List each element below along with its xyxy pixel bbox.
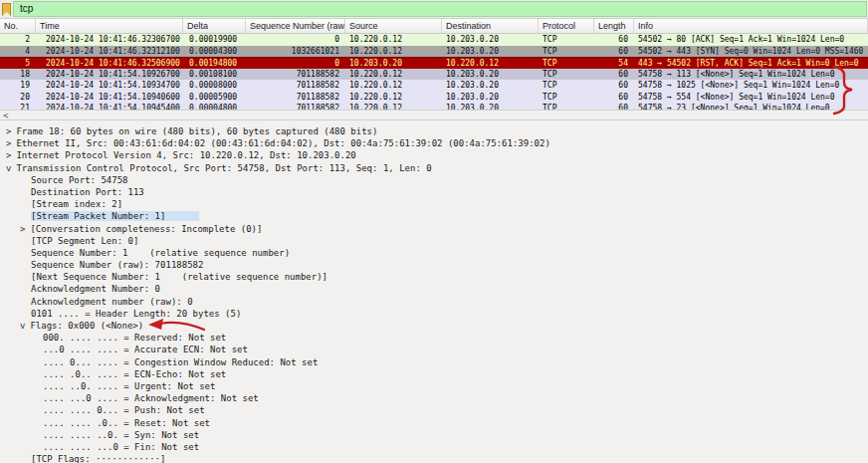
cell-no: 19: [0, 80, 36, 92]
cell-length: 54: [594, 58, 634, 69]
detail-line[interactable]: [TCP Flags: ············]: [0, 453, 868, 463]
packet-row-4[interactable]: 42024-10-24 10:41:46.323121000.000043001…: [0, 46, 868, 58]
cell-info: 54758 → 23 [<None>] Seq=1 Win=1024 Len=0: [634, 103, 868, 110]
detail-line[interactable]: [Next Sequence Number: 1 (relative seque…: [0, 271, 868, 283]
detail-line-text: Acknowledgment Number: 0: [31, 284, 160, 294]
column-header-time[interactable]: Time: [36, 19, 183, 33]
column-header-info[interactable]: Info: [634, 19, 868, 33]
packet-row-2[interactable]: 22024-10-24 10:41:46.323067000.000199000…: [0, 34, 868, 46]
cell-source: 10.220.0.12: [345, 103, 442, 110]
packet-row-20[interactable]: 202024-10-24 10:41:54.109406000.00005900…: [0, 92, 868, 104]
detail-line[interactable]: Sequence Number: 1 (relative sequence nu…: [0, 247, 868, 259]
cell-seq_raw: 701188582: [246, 80, 345, 92]
cell-info: 54758 → 113 [<None>] Seq=1 Win=1024 Len=…: [634, 69, 868, 81]
detail-line[interactable]: .... .... 0... = Push: Not set: [0, 404, 868, 416]
detail-line-text: .... 0... .... = Congestion Window Reduc…: [43, 357, 318, 367]
cell-delta: 0.00019900: [183, 34, 246, 46]
cell-length: 60: [594, 103, 634, 110]
detail-line-text: Ethernet II, Src: 00:43:61:6d:04:02 (00:…: [16, 138, 549, 148]
cell-delta: 0.00108100: [183, 69, 246, 81]
detail-line[interactable]: Acknowledgment number (raw): 0: [0, 296, 868, 308]
expand-arrow-icon[interactable]: >: [6, 137, 11, 149]
display-filter-input[interactable]: tcp: [13, 1, 867, 17]
detail-line[interactable]: vFlags: 0x000 (<None>): [0, 320, 868, 332]
detail-line-text: ...0 .... .... = Accurate ECN: Not set: [43, 345, 248, 354]
column-header-source[interactable]: Source: [345, 19, 442, 33]
detail-line[interactable]: [Stream Packet Number: 1]: [0, 210, 868, 222]
cell-destination: 10.203.0.20: [442, 103, 539, 110]
collapse-arrow-icon[interactable]: v: [6, 162, 11, 174]
cell-protocol: TCP: [539, 92, 594, 104]
cell-time: 2024-10-24 10:41:54.10926700: [36, 69, 183, 81]
packet-list-header: No.TimeDeltaSequence Number (raw)SourceD…: [0, 19, 868, 34]
packet-row-19[interactable]: 192024-10-24 10:41:54.109347000.00008000…: [0, 80, 868, 92]
detail-line[interactable]: vTransmission Control Protocol, Src Port…: [0, 162, 868, 174]
detail-line[interactable]: .... 0... .... = Congestion Window Reduc…: [0, 356, 868, 368]
detail-line-text: 0101 .... = Header Length: 20 bytes (5): [31, 309, 241, 319]
column-header-length[interactable]: Length: [594, 19, 634, 33]
detail-line[interactable]: .... .0.. .... = ECN-Echo: Not set: [0, 368, 868, 380]
detail-line-text: Transmission Control Protocol, Src Port:…: [16, 163, 431, 173]
detail-line-text: [Next Sequence Number: 1 (relative seque…: [31, 272, 327, 282]
detail-line-text: Frame 18: 60 bytes on wire (480 bits), 6…: [16, 126, 377, 136]
packet-row-5[interactable]: 52024-10-24 10:41:46.325069000.001948000…: [0, 57, 868, 69]
cell-length: 60: [594, 92, 634, 104]
cell-no: 4: [0, 46, 36, 58]
cell-time: 2024-10-24 10:41:46.32506900: [36, 58, 183, 69]
detail-line[interactable]: >Ethernet II, Src: 00:43:61:6d:04:02 (00…: [0, 137, 868, 149]
detail-line[interactable]: .... .... .0.. = Reset: Not set: [0, 417, 868, 429]
detail-line[interactable]: .... .... ..0. = Syn: Not set: [0, 429, 868, 441]
filter-bookmark-icon[interactable]: [2, 3, 11, 16]
detail-line[interactable]: .... .... ...0 = Fin: Not set: [0, 441, 868, 453]
detail-line[interactable]: Destination Port: 113: [0, 186, 868, 198]
detail-line[interactable]: [Stream index: 2]: [0, 198, 868, 210]
detail-line[interactable]: [TCP Segment Len: 0]: [0, 235, 868, 247]
cell-source: 10.220.0.12: [345, 80, 442, 92]
detail-line[interactable]: ...0 .... .... = Accurate ECN: Not set: [0, 344, 868, 355]
cell-length: 60: [594, 69, 634, 81]
detail-line[interactable]: Source Port: 54758: [0, 174, 868, 186]
expand-arrow-icon[interactable]: >: [20, 223, 25, 235]
cell-length: 60: [594, 46, 634, 58]
detail-line-text: Flags: 0x000 (<None>): [30, 321, 143, 331]
column-header-destination[interactable]: Destination: [442, 19, 539, 33]
expand-arrow-icon[interactable]: >: [6, 125, 11, 137]
column-header-protocol[interactable]: Protocol: [539, 19, 594, 33]
detail-line-text: [TCP Flags: ············]: [31, 454, 165, 463]
horizontal-scrollbar[interactable]: <: [0, 110, 868, 120]
detail-line[interactable]: .... ...0 .... = Acknowledgment: Not set: [0, 392, 868, 404]
detail-line[interactable]: 000. .... .... = Reserved: Not set: [0, 332, 868, 344]
cell-seq_raw: 701188582: [246, 69, 345, 81]
cell-protocol: TCP: [539, 103, 594, 110]
detail-line-text: [TCP Segment Len: 0]: [31, 236, 138, 246]
detail-line[interactable]: >Internet Protocol Version 4, Src: 10.22…: [0, 149, 868, 161]
expand-arrow-icon[interactable]: >: [6, 149, 11, 161]
detail-line-text: Acknowledgment number (raw): 0: [31, 297, 193, 307]
detail-line[interactable]: 0101 .... = Header Length: 20 bytes (5): [0, 308, 868, 320]
cell-time: 2024-10-24 10:41:54.10945400: [36, 103, 183, 110]
scroll-left-icon[interactable]: <: [3, 111, 8, 120]
column-header-delta[interactable]: Delta: [183, 19, 246, 33]
detail-line-text: Source Port: 54758: [31, 175, 128, 185]
cell-time: 2024-10-24 10:41:46.32306700: [36, 34, 183, 46]
column-header-seq_raw[interactable]: Sequence Number (raw): [246, 19, 345, 33]
cell-seq_raw: 0: [246, 34, 345, 46]
packet-row-21[interactable]: 212024-10-24 10:41:54.109454000.00004800…: [0, 103, 868, 110]
cell-protocol: TCP: [539, 58, 594, 69]
detail-line[interactable]: >Frame 18: 60 bytes on wire (480 bits), …: [0, 125, 868, 137]
cell-source: 10.220.0.12: [345, 46, 442, 58]
detail-line-text: .... .... .0.. = Reset: Not set: [43, 418, 210, 428]
detail-line-text: Destination Port: 113: [31, 187, 144, 197]
column-header-no[interactable]: No.: [0, 19, 36, 33]
detail-line[interactable]: >[Conversation completeness: Incomplete …: [0, 223, 868, 235]
display-filter-bar: tcp: [0, 0, 868, 19]
detail-line[interactable]: Sequence Number (raw): 701188582: [0, 259, 868, 271]
collapse-arrow-icon[interactable]: v: [20, 320, 25, 332]
packet-list: 22024-10-24 10:41:46.323067000.000199000…: [0, 34, 868, 110]
packet-row-18[interactable]: 182024-10-24 10:41:54.109267000.00108100…: [0, 69, 868, 81]
detail-line[interactable]: .... ..0. .... = Urgent: Not set: [0, 380, 868, 392]
cell-source: 10.220.0.12: [345, 34, 442, 46]
cell-destination: 10.203.0.20: [442, 34, 539, 46]
cell-info: 54758 → 1025 [<None>] Seq=1 Win=1024 Len…: [634, 80, 868, 92]
detail-line[interactable]: Acknowledgment Number: 0: [0, 283, 868, 295]
